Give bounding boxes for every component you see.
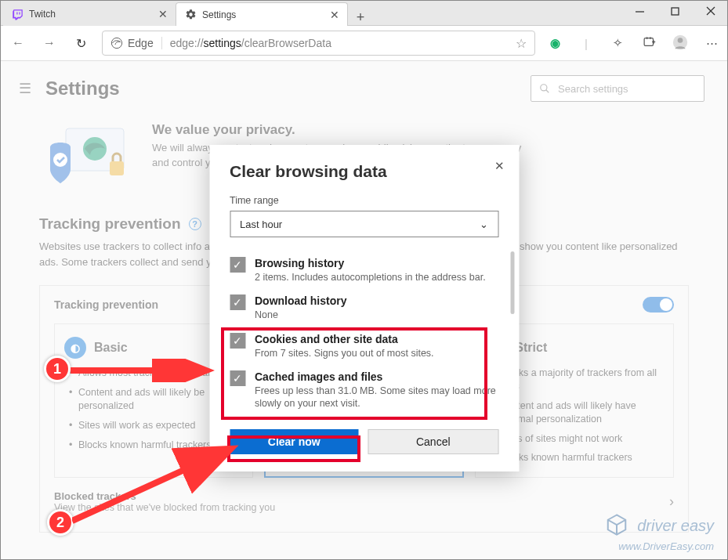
maximize-button[interactable]	[657, 0, 693, 22]
dialog-close-icon[interactable]: ✕	[494, 159, 505, 173]
close-icon[interactable]: ✕	[158, 8, 168, 20]
chevron-right-icon: ›	[669, 493, 674, 510]
clear-browsing-data-dialog: ✕ Clear browsing data Time range Last ho…	[209, 145, 519, 471]
browser-tabs: Twitch ✕ Settings ✕ +	[0, 0, 373, 26]
window-controls	[622, 0, 728, 22]
tracking-toggle[interactable]	[643, 297, 674, 313]
minimize-button[interactable]	[622, 0, 657, 22]
edge-identity-chip: Edge	[110, 37, 162, 49]
check-cookies[interactable]: ✓ Cookies and other site data From 7 sit…	[230, 327, 498, 365]
back-button[interactable]: ←	[8, 36, 28, 50]
checkbox-checked-icon[interactable]: ✓	[230, 257, 245, 273]
checkbox-checked-icon[interactable]: ✓	[230, 333, 245, 349]
more-icon[interactable]: ⋯	[703, 36, 720, 50]
gear-icon	[184, 9, 197, 21]
svg-rect-17	[110, 161, 124, 175]
svg-point-12	[541, 85, 547, 91]
checkbox-checked-icon[interactable]: ✓	[230, 370, 245, 386]
svg-line-13	[546, 90, 549, 93]
cancel-button[interactable]: Cancel	[368, 429, 499, 454]
time-range-select[interactable]: Last hour ⌄	[230, 211, 498, 237]
address-bar[interactable]: Edge edge://settings/clearBrowserData ☆	[102, 31, 535, 56]
navigation-bar: ← → ↻ Edge edge://settings/clearBrowserD…	[0, 26, 728, 60]
profile-icon[interactable]	[672, 34, 689, 52]
menu-icon[interactable]: ☰	[19, 80, 31, 97]
privacy-illustration	[39, 122, 133, 193]
edge-icon	[110, 37, 123, 49]
edge-label: Edge	[128, 37, 154, 49]
svg-point-11	[678, 38, 683, 43]
tab-title: Twitch	[29, 9, 56, 20]
chevron-down-icon: ⌄	[480, 219, 488, 230]
check-browsing-history[interactable]: ✓ Browsing history 2 items. Includes aut…	[230, 251, 498, 289]
privacy-heading: We value your privacy.	[152, 122, 521, 138]
window-titlebar: Twitch ✕ Settings ✕ +	[0, 0, 728, 26]
tab-title: Settings	[202, 9, 236, 20]
checkbox-checked-icon[interactable]: ✓	[230, 294, 245, 310]
refresh-button[interactable]: ↻	[71, 36, 91, 51]
scrollbar-thumb[interactable]	[510, 251, 514, 314]
svg-point-16	[53, 153, 67, 167]
help-icon[interactable]: ?	[189, 218, 201, 230]
time-range-label: Time range	[230, 195, 498, 206]
close-icon[interactable]: ✕	[330, 9, 339, 21]
check-cached-images[interactable]: ✓ Cached images and files Frees up less …	[230, 365, 498, 416]
check-download-history[interactable]: ✓ Download history None	[230, 289, 498, 327]
svg-rect-1	[672, 8, 679, 15]
basic-icon: ◐	[64, 337, 86, 359]
blocked-sub: View the sites that we've blocked from t…	[54, 502, 275, 513]
favorite-outline-icon[interactable]: ☆	[516, 36, 527, 51]
svg-rect-5	[644, 38, 653, 46]
toolbar-icons: ◉ | ✧ ⋯	[546, 34, 720, 52]
blocked-trackers-row[interactable]: Blocked trackers View the sites that we'…	[54, 490, 674, 513]
tab-twitch[interactable]: Twitch ✕	[3, 2, 176, 26]
forward-button[interactable]: →	[39, 36, 60, 50]
tab-settings[interactable]: Settings ✕	[176, 2, 348, 26]
url-text: edge://settings/clearBrowserData	[170, 37, 331, 49]
tracking-box-heading: Tracking prevention	[54, 298, 158, 311]
page-title: Settings	[45, 78, 120, 99]
collections-icon[interactable]	[640, 35, 657, 51]
time-range-value: Last hour	[240, 219, 282, 230]
twitch-icon	[11, 8, 24, 20]
blocked-title: Blocked trackers	[54, 490, 275, 502]
svg-point-4	[111, 38, 121, 48]
search-icon	[539, 83, 550, 94]
clear-now-button[interactable]: Clear now	[230, 429, 359, 454]
clear-data-checklist: ✓ Browsing history 2 items. Includes aut…	[230, 251, 498, 415]
new-tab-button[interactable]: +	[348, 9, 373, 26]
dialog-title: Clear browsing data	[230, 162, 498, 181]
favorites-icon[interactable]: ✧	[609, 36, 626, 50]
grammarly-icon[interactable]: ◉	[546, 36, 563, 50]
tracking-heading: Tracking prevention	[39, 215, 181, 233]
close-window-button[interactable]	[693, 0, 728, 22]
search-settings-input[interactable]: Search settings	[531, 75, 704, 102]
search-placeholder: Search settings	[558, 83, 628, 95]
